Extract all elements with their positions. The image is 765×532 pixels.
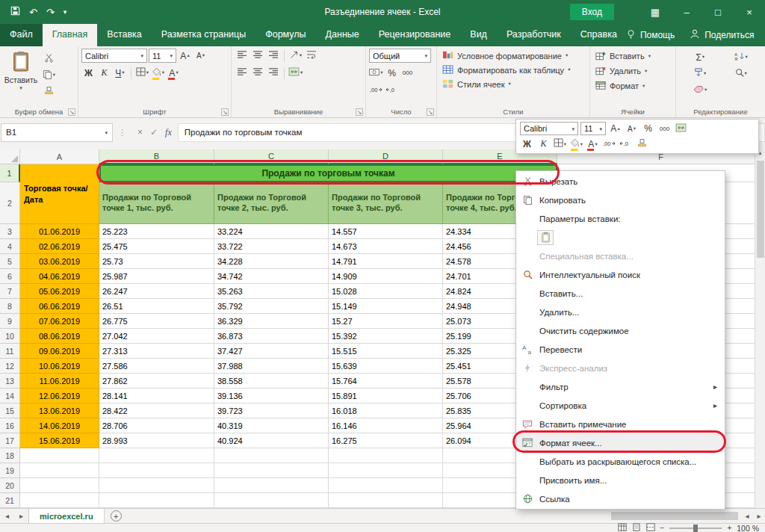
mini-font-color-button[interactable]: А▾	[586, 137, 600, 151]
value-cell[interactable]: 16.146	[329, 418, 443, 433]
value-cell[interactable]: 35.792	[214, 299, 329, 314]
alignment-dialog-launcher[interactable]: ↘	[356, 108, 363, 116]
menu-item-define-name[interactable]: Присвоить имя...	[516, 471, 725, 489]
zoom-out-button[interactable]: −	[660, 524, 665, 532]
mini-borders-button[interactable]: ▾	[553, 137, 567, 151]
format-button[interactable]: Формат ▾	[593, 78, 672, 93]
sheet-nav-right-icon[interactable]: ▸	[14, 509, 28, 523]
value-cell[interactable]: 35.263	[214, 284, 329, 299]
value-cell[interactable]: 14.557	[329, 224, 443, 239]
percent-style-button[interactable]: %	[385, 66, 399, 80]
normal-view-icon[interactable]	[618, 523, 627, 532]
date-cell[interactable]: 06.06.2019	[20, 299, 99, 314]
mini-font-name-select[interactable]: Calibri▾	[520, 122, 578, 135]
tab-Формулы[interactable]: Формулы	[255, 24, 315, 46]
date-cell[interactable]: 15.06.2019	[20, 433, 99, 448]
bold-button[interactable]: Ж	[81, 66, 96, 80]
value-cell[interactable]: 27.862	[99, 374, 214, 389]
conditional-formatting-button[interactable]: Условное форматирование ▾	[440, 49, 586, 63]
menu-item-insert-comment[interactable]: Вставить примечание	[516, 415, 725, 433]
row-header[interactable]: 12	[0, 359, 20, 374]
menu-item-insert[interactable]: Вставить...	[516, 284, 725, 303]
value-cell[interactable]: 37.988	[214, 359, 329, 374]
column-header-A[interactable]: A	[20, 149, 99, 164]
value-cell[interactable]: 15.149	[329, 299, 443, 314]
align-left-button[interactable]	[235, 66, 249, 80]
value-cell[interactable]: 33.224	[214, 224, 329, 239]
tab-Рецензирование[interactable]: Рецензирование	[369, 24, 461, 46]
empty-cell[interactable]	[99, 478, 214, 493]
value-cell[interactable]: 37.427	[214, 344, 329, 359]
row-header[interactable]: 6	[0, 269, 20, 284]
value-cell[interactable]: 15.639	[329, 359, 443, 374]
row-header[interactable]: 18	[0, 448, 20, 463]
cut-button[interactable]	[42, 52, 56, 66]
row-header[interactable]: 15	[0, 403, 20, 418]
valign-middle-button[interactable]	[250, 49, 264, 63]
select-all-corner[interactable]	[0, 149, 20, 164]
menu-item-cut[interactable]: Вырезать	[516, 172, 725, 191]
mini-percent-button[interactable]: %	[641, 122, 655, 136]
close-button[interactable]: ×	[734, 0, 765, 24]
share-button[interactable]: Поделиться	[704, 30, 754, 40]
table-header-cell[interactable]: Продажи по Торговой точке 3, тыс. руб.	[329, 182, 443, 224]
italic-button[interactable]: К	[97, 66, 111, 80]
align-center-button[interactable]	[250, 66, 264, 80]
date-cell[interactable]: 08.06.2019	[20, 329, 99, 344]
empty-cell[interactable]	[99, 463, 214, 478]
format-as-table-button[interactable]: Форматировать как таблицу ▾	[440, 63, 586, 77]
decrease-decimal-button[interactable]: ,0	[385, 83, 399, 97]
fill-color-button[interactable]: ▾	[151, 66, 165, 80]
mini-comma-button[interactable]: 000	[657, 122, 672, 136]
menu-item-paste-options-label[interactable]: Параметры вставки:	[516, 209, 725, 228]
zoom-slider[interactable]	[669, 528, 722, 529]
value-cell[interactable]: 27.313	[99, 344, 214, 359]
value-cell[interactable]: 25.987	[99, 269, 214, 284]
date-cell[interactable]: 11.06.2019	[20, 374, 99, 389]
date-cell[interactable]: 14.06.2019	[20, 418, 99, 433]
mini-fill-color-button[interactable]: ▾	[569, 137, 583, 151]
column-header-B[interactable]: B	[99, 149, 214, 164]
redo-icon[interactable]: ↷	[46, 7, 55, 17]
empty-cell[interactable]	[329, 448, 443, 463]
number-dialog-launcher[interactable]: ↘	[427, 108, 434, 116]
value-cell[interactable]: 39.723	[214, 403, 329, 418]
clipboard-icon[interactable]	[537, 230, 554, 245]
merge-center-button[interactable]: ▾	[288, 66, 303, 80]
row-header[interactable]: 9	[0, 314, 20, 329]
align-right-button[interactable]	[266, 66, 280, 80]
value-cell[interactable]: 14.673	[329, 239, 443, 254]
mini-shrink-font-button[interactable]: А▾	[625, 122, 639, 136]
borders-button[interactable]: ▾	[135, 66, 149, 80]
value-cell[interactable]: 15.764	[329, 374, 443, 389]
row-header[interactable]: 13	[0, 374, 20, 389]
number-format-select[interactable]: Общий ▾	[369, 49, 431, 63]
fill-button[interactable]: ▾	[682, 66, 719, 81]
value-cell[interactable]: 26.775	[99, 314, 214, 329]
menu-item-smart-lookup[interactable]: Интеллектуальный поиск	[516, 265, 725, 284]
empty-cell[interactable]	[214, 448, 329, 463]
mini-increase-decimal-button[interactable]: ,00	[602, 137, 616, 151]
save-icon[interactable]	[10, 5, 20, 19]
font-color-button[interactable]: А▾	[167, 66, 181, 80]
font-size-select[interactable]: 11 ▾	[149, 49, 176, 63]
date-cell[interactable]: 10.06.2019	[20, 359, 99, 374]
empty-cell[interactable]	[329, 463, 443, 478]
value-cell[interactable]: 28.706	[99, 418, 214, 433]
vertical-scrollbar[interactable]: ▴	[755, 149, 765, 508]
underline-button[interactable]: Ч▾	[113, 66, 127, 80]
date-cell[interactable]: 07.06.2019	[20, 314, 99, 329]
empty-cell[interactable]	[20, 463, 99, 478]
tab-Главная[interactable]: Главная	[43, 24, 98, 46]
value-cell[interactable]: 34.228	[214, 254, 329, 269]
menu-item-format-cells[interactable]: Формат ячеек...	[516, 433, 725, 452]
row-header[interactable]: 11	[0, 344, 20, 359]
menu-item-delete[interactable]: Удалить...	[516, 303, 725, 321]
menu-item-filter[interactable]: Фильтр▸	[516, 377, 725, 396]
empty-cell[interactable]	[214, 463, 329, 478]
value-cell[interactable]: 15.891	[329, 389, 443, 403]
value-cell[interactable]: 33.722	[214, 239, 329, 254]
tab-Файл[interactable]: Файл	[0, 24, 43, 46]
menu-item-link[interactable]: Ссылка	[516, 489, 725, 508]
enter-check-icon[interactable]: ✓	[150, 127, 158, 137]
